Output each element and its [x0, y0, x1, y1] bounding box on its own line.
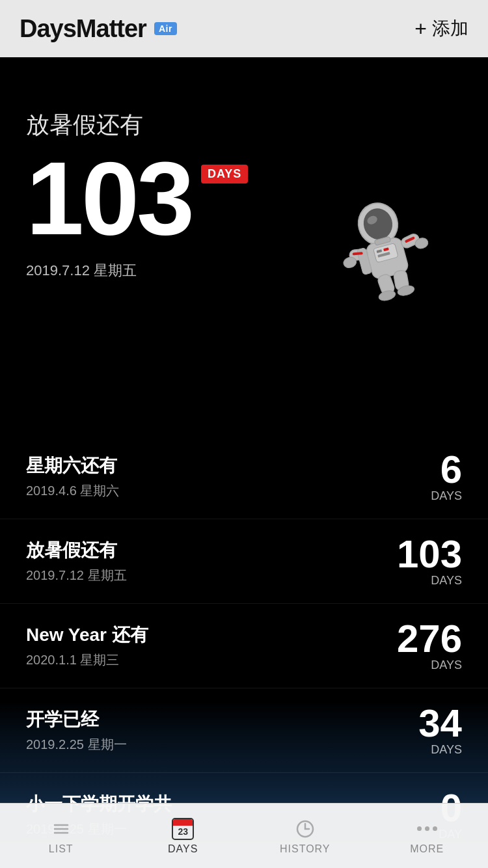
nav-label-days: DAYS — [168, 843, 198, 855]
list-icon — [49, 817, 73, 841]
nav-label-history: HISTORY — [280, 843, 331, 855]
bottom-nav: LIST 23 DAYS HISTORY MOR — [0, 803, 488, 868]
header-left: DaysMatter Air — [20, 15, 177, 43]
hero-section: 放暑假还有 103 DAYS 2019.7.12 星期五 — [0, 57, 488, 435]
astronaut-image — [319, 187, 449, 305]
nav-item-more[interactable]: MORE — [388, 817, 466, 855]
hero-number: 103 — [26, 146, 192, 251]
add-label: 添加 — [432, 16, 468, 41]
header: DaysMatter Air + 添加 — [0, 0, 488, 57]
nav-item-days[interactable]: 23 DAYS — [144, 817, 222, 855]
list-item[interactable]: New Year 还有 2020.1.1 星期三 276 DAYS — [0, 604, 488, 688]
days-badge: DAYS — [201, 165, 248, 183]
add-button[interactable]: + 添加 — [414, 16, 468, 41]
more-icon — [415, 817, 439, 841]
add-icon: + — [414, 18, 427, 39]
hero-content: 放暑假还有 103 DAYS 2019.7.12 星期五 — [26, 109, 248, 280]
dot3 — [433, 826, 437, 831]
dark-items: 星期六还有 2019.4.6 星期六 6 DAYS 放暑假还有 2019.7.1… — [0, 435, 488, 688]
nav-item-history[interactable]: HISTORY — [266, 817, 344, 855]
hero-subtitle: 放暑假还有 — [26, 109, 248, 141]
app-title: DaysMatter — [20, 15, 146, 43]
nav-label-more: MORE — [410, 843, 444, 855]
calendar-number: 23 — [178, 826, 188, 836]
nav-item-list[interactable]: LIST — [22, 817, 100, 855]
list-item[interactable]: 放暑假还有 2019.7.12 星期五 103 DAYS — [0, 519, 488, 604]
dot1 — [417, 826, 422, 831]
hero-number-row: 103 DAYS — [26, 146, 248, 251]
history-icon — [293, 817, 317, 841]
nav-label-list: LIST — [49, 843, 74, 855]
list-item[interactable]: 开学已经 2019.2.25 星期一 34 DAYS — [0, 688, 488, 773]
hero-date: 2019.7.12 星期五 — [26, 261, 248, 280]
dot2 — [425, 826, 429, 831]
air-badge: Air — [154, 22, 177, 35]
calendar-icon: 23 — [171, 817, 195, 841]
list-item[interactable]: 星期六还有 2019.4.6 星期六 6 DAYS — [0, 435, 488, 519]
